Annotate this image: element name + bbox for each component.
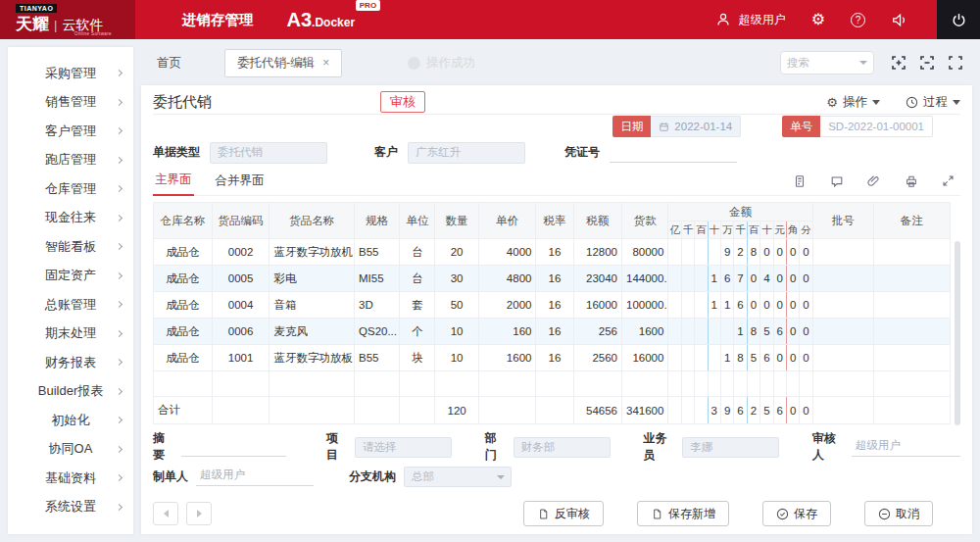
cell-amount-digit [708,319,720,345]
comment-icon[interactable] [830,174,844,188]
action-dropdown[interactable]: ⚙ 操作 [826,94,880,111]
sidebar-item-固定资产[interactable]: 固定资产 [8,262,133,291]
fullscreen-bracket-icon[interactable] [949,56,962,70]
prev-record-button[interactable] [153,502,178,525]
summary-input[interactable] [181,438,286,457]
save-new-button[interactable]: 保存新增 [637,501,729,526]
sidebar-item-仓库管理[interactable]: 仓库管理 [8,174,133,204]
sidebar-item-期末处理[interactable]: 期末处理 [8,320,133,349]
save-button[interactable]: 保存 [762,501,831,526]
cell-batch [812,239,873,266]
sidebar-item-初始化[interactable]: 初始化 [8,406,133,435]
search-input[interactable] [787,57,852,69]
sidebar-item-财务报表[interactable]: 财务报表 [8,348,133,377]
vertical-scrollbar[interactable] [955,241,960,425]
cell-spec: QS20... [355,319,400,345]
user-menu[interactable]: 超级用户 [715,12,786,28]
cell-amount-digit [668,292,681,319]
cell-spec: MI55 [355,266,400,292]
cell-amount-digit: 0 [800,345,812,371]
digit-col-header: 分 [800,222,812,239]
digit-col-header: 十 [708,222,720,239]
unaudit-button[interactable]: 反审核 [523,501,604,526]
table-row[interactable]: 成品仓0004音箱3D套5020001616000100000...116000… [154,292,951,319]
cell-amount-digit [695,345,708,371]
cell-amount: 1600 [622,319,668,345]
doc-type-value: 委托代销 [210,142,327,164]
cell-note [873,319,950,345]
total-amount-digit [681,397,694,424]
table-row[interactable]: 成品仓0006麦克风QS20...个10160162561600185600 [154,319,951,345]
cell-note [873,239,950,266]
settings-gear-icon[interactable]: ⚙ [811,12,825,27]
process-dropdown[interactable]: 过程 [906,94,960,111]
tab-active[interactable]: 委托代销-编辑 × [224,49,342,77]
project-select[interactable]: 请选择 [355,437,452,458]
next-record-button[interactable] [186,502,212,525]
chevron-right-icon [116,388,122,395]
total-row: 合计1205465634160039625600 [154,397,951,424]
table-row[interactable]: 成品仓0002蓝牙数字功放机B55台2040001612800800009280… [154,239,951,266]
expand-icon[interactable] [942,174,955,188]
close-icon[interactable]: × [322,56,329,70]
voucher-input[interactable] [610,143,737,163]
sidebar-item-总账管理[interactable]: 总账管理 [8,290,133,320]
toast: 操作成功 [408,55,475,72]
chevron-down-icon[interactable] [859,61,867,65]
digit-col-header: 元 [773,222,786,239]
dept-value[interactable]: 财务部 [514,437,611,458]
sidebar-item-采购管理[interactable]: 采购管理 [8,59,133,88]
sidebar-item-系统设置[interactable]: 系统设置 [8,493,133,522]
branch-select[interactable]: 总部 [404,467,512,487]
sidebar-item-销售管理[interactable]: 销售管理 [8,88,133,118]
sidebar-item-智能看板[interactable]: 智能看板 [8,232,133,262]
form-icon[interactable] [793,174,807,188]
power-button[interactable] [937,0,980,39]
sidebar-item-Builder报表[interactable]: Builder报表 [8,377,133,407]
zoom-out-bracket-icon[interactable] [920,56,934,70]
chevron-right-icon [116,446,122,453]
total-cell: 341600 [622,397,668,424]
salesman-value[interactable]: 李娜 [682,437,779,458]
creator-value: 超级用户 [196,468,314,486]
cell-amount: 16000 [622,345,668,371]
sidebar-item-label: 财务报表 [45,354,96,371]
cancel-button[interactable]: 取消 [864,501,933,526]
cell-amount-digit: 0 [786,319,799,345]
cell-warehouse: 成品仓 [154,319,213,345]
cell-name: 麦克风 [270,319,355,345]
total-cell: 54656 [573,397,621,424]
billno-value[interactable]: SD-2022-01-00001 [820,116,933,137]
tab-merge-view[interactable]: 合并界面 [214,167,267,195]
cell-amount-digit: 2 [734,239,747,266]
cell-amount-digit: 8 [747,239,760,266]
sidebar-item-跑店管理[interactable]: 跑店管理 [8,146,133,175]
cell-amount-digit: 0 [760,292,773,319]
help-icon[interactable]: ? [851,13,865,27]
cell-warehouse: 成品仓 [154,266,213,292]
attachment-icon[interactable] [867,174,881,188]
col-header: 单位 [400,203,435,239]
table-row[interactable]: 成品仓1001蓝牙数字功放板B55块1016001625601600018560… [154,345,951,371]
sidebar-item-基础资料[interactable]: 基础资料 [8,464,133,493]
tab-main-view[interactable]: 主界面 [153,166,194,196]
digit-col-header: 十 [760,222,773,239]
printer-icon[interactable] [905,174,918,188]
chevron-right-icon [116,474,122,481]
voucher-label: 凭证号 [564,144,600,161]
sidebar-item-客户管理[interactable]: 客户管理 [8,117,133,146]
cell-warehouse: 成品仓 [154,239,213,266]
cell-amount-digit [668,345,681,371]
announcement-icon[interactable] [891,12,907,28]
cell-tax_rate: 16 [536,345,573,371]
cell-tax: 16000 [573,292,621,319]
cell-amount-digit: 8 [734,345,747,371]
table-row[interactable]: 成品仓0005彩电MI55台3048001623040144000...1670… [154,266,951,292]
cell-amount-digit [668,319,681,345]
sidebar-item-现金往来[interactable]: 现金往来 [8,204,133,233]
tab-home[interactable]: 首页 [157,55,181,72]
cell-amount-digit: 5 [760,319,773,345]
zoom-in-bracket-icon[interactable] [892,56,906,70]
total-cell [212,397,270,424]
sidebar-item-协同OA[interactable]: 协同OA [8,435,133,465]
